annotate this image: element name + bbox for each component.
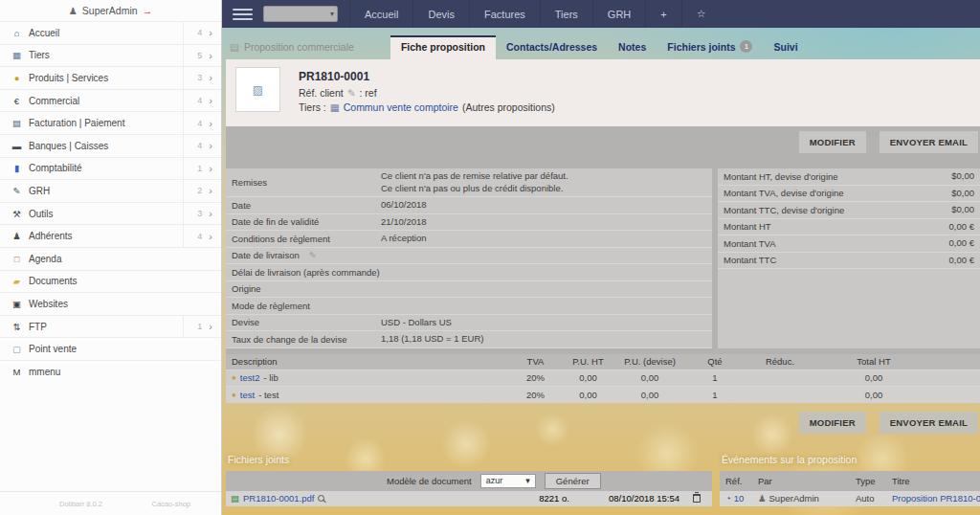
ref-client-label: Réf. client: [299, 87, 344, 99]
sidebar-item-documents[interactable]: ▰ Documents ›: [0, 270, 221, 293]
topnav-item-grh[interactable]: GRH: [592, 0, 645, 28]
file-date: 08/10/2018 15:54: [602, 493, 686, 504]
sidebar-item-commercial[interactable]: € Commercial 4 ›: [0, 89, 221, 112]
topnav-item-factures[interactable]: Factures: [469, 0, 540, 28]
chevron-right-icon[interactable]: ›: [209, 185, 212, 196]
event-title-link[interactable]: Proposition PR1810-0001 va: [892, 493, 980, 504]
tab-fiche-proposition[interactable]: Fiche proposition: [390, 35, 496, 59]
sidebar-item-ftp[interactable]: ⇅ FTP 1 ›: [0, 315, 221, 338]
chevron-right-icon[interactable]: ›: [209, 50, 212, 61]
chevron-right-icon[interactable]: ›: [209, 321, 212, 332]
topnav-item-devis[interactable]: Devis: [412, 0, 469, 28]
topnav-item-label: GRH: [608, 9, 631, 20]
amounts-table: Montant HT, devise d'origine $0,00 Monta…: [718, 168, 980, 348]
thirdparty-link[interactable]: Commun vente comptoire: [344, 101, 458, 113]
table-row: Origine ✎: [226, 281, 712, 299]
file-link[interactable]: PR1810-0001.pdf: [243, 493, 314, 504]
sidebar-item-adherents[interactable]: ♟ Adhérents 4 ›: [0, 224, 221, 247]
user-row[interactable]: ♟ SuperAdmin →: [0, 0, 221, 21]
chevron-right-icon[interactable]: ›: [209, 163, 212, 174]
user-icon: ♟: [69, 6, 78, 16]
generate-button[interactable]: Générer: [545, 473, 601, 489]
col-tva: TVA: [509, 356, 562, 367]
topnav-item-accueil[interactable]: Accueil: [349, 0, 412, 28]
chevron-right-icon[interactable]: ›: [209, 72, 212, 83]
detail-value: 06/10/2018: [381, 197, 712, 213]
table-row: Taux de change de la devise ✎ 1,18 (1,18…: [226, 331, 712, 348]
chevron-right-icon[interactable]: ›: [209, 231, 212, 242]
sidebar-item-count: 4: [197, 96, 202, 105]
detail-value: Ce client n'a pas de remise relative par…: [381, 168, 712, 196]
sidebar-item-tiers[interactable]: ▦ Tiers 5 ›: [0, 44, 221, 67]
topnav-item-add[interactable]: +: [645, 0, 680, 28]
sidebar-item-point-vente[interactable]: ▢ Point vente ›: [0, 337, 221, 360]
detail-label: Date de livraison: [232, 250, 300, 260]
sidebar-item-count: 1: [197, 322, 202, 331]
sidebar-item-grh[interactable]: ✎ GRH 2 ›: [0, 179, 221, 202]
topnav-item-tiers[interactable]: Tiers: [540, 0, 592, 28]
sidebar-item-accueil[interactable]: ⌂ Accueil 4 ›: [0, 21, 221, 44]
object-photo[interactable]: ▨: [235, 67, 280, 112]
tab-contacts-adresses[interactable]: Contacts/Adresses: [496, 35, 608, 59]
sidebar-item-count: 1: [197, 164, 202, 173]
sidebar-item-outils[interactable]: ⚒ Outils 3 ›: [0, 202, 221, 225]
pencil-icon[interactable]: ✎: [309, 250, 317, 260]
chevron-right-icon[interactable]: ›: [209, 95, 212, 106]
amount-value: $0,00: [951, 186, 980, 202]
detail-label: Mode de règlement: [232, 301, 310, 311]
lines-rows: ● test2 - lib 20% 0,00 0,00 1 0,00: [226, 369, 980, 403]
tab-label: Fiche proposition: [401, 41, 485, 53]
chevron-right-icon[interactable]: ›: [209, 27, 212, 38]
table-row: Date ✎ 06/10/2018: [226, 197, 712, 214]
sidebar-item-websites[interactable]: ▣ Websites ›: [0, 292, 221, 315]
send-email-button[interactable]: ENVOYER EMAIL: [880, 131, 978, 153]
events-header-row: Réf. Par Type Titre: [720, 471, 980, 491]
table-row: Montant TTC 0,00 €: [718, 253, 980, 270]
modify-button[interactable]: MODIFIER: [799, 412, 866, 434]
sidebar-item-banques-caisses[interactable]: ▬ Banques | Caisses 4 ›: [0, 134, 221, 157]
sidebar-item-agenda[interactable]: □ Agenda ›: [0, 247, 221, 270]
logout-icon[interactable]: →: [143, 5, 153, 16]
events-section: Événements sur la proposition Réf. Par T…: [720, 454, 980, 506]
send-email-button[interactable]: ENVOYER EMAIL: [880, 412, 978, 434]
tabs: Fiche proposition Contacts/Adresses Note…: [390, 34, 809, 59]
hamburger-icon[interactable]: [233, 9, 253, 20]
chevron-right-icon[interactable]: ›: [209, 208, 212, 219]
sidebar-item-label: Facturation | Paiement: [29, 118, 183, 128]
line-total: 0,00: [815, 390, 932, 400]
table-row: Montant TVA 0,00 €: [718, 235, 980, 253]
event-ref-link[interactable]: 10: [734, 493, 745, 504]
quick-search-select[interactable]: ▾: [263, 6, 338, 22]
table-row: Montant TTC, devise d'origine $0,00: [718, 202, 980, 219]
topnav-item-bookmark-star[interactable]: ☆: [681, 0, 721, 28]
trash-icon[interactable]: [693, 494, 701, 503]
tab-bar: ▤ Proposition commerciale Fiche proposit…: [226, 28, 980, 59]
col-total-ht: Total HT: [815, 356, 932, 367]
tab-suivi[interactable]: Suivi: [763, 35, 808, 59]
tools-icon: ⚒: [10, 209, 24, 219]
proposal-ref: PR1810-0001: [299, 70, 555, 83]
sidebar-item-facturation-paiement[interactable]: ▤ Facturation | Paiement 4 ›: [0, 111, 221, 134]
doc-model-select[interactable]: azur ▾: [480, 474, 536, 488]
sidebar-item-comptabilite[interactable]: ▮ Comptabilité 1 ›: [0, 157, 221, 180]
tab-fichiers-joints[interactable]: Fichiers joints 1: [657, 34, 763, 59]
select-arrow-icon: ▾: [330, 10, 334, 18]
chevron-right-icon[interactable]: ›: [209, 118, 212, 129]
sidebar-item-mmenu[interactable]: M mmenu ›: [0, 360, 221, 383]
chevron-right-icon[interactable]: ›: [209, 140, 212, 151]
pencil-icon[interactable]: ✎: [347, 87, 356, 99]
table-row: Remises ✎ Ce client n'a pas de remise re…: [226, 168, 712, 197]
sidebar-item-produits-services[interactable]: ● Produits | Services 3 ›: [0, 66, 221, 89]
main-content: ▤ Proposition commerciale Fiche proposit…: [222, 28, 980, 515]
modify-button[interactable]: MODIFIER: [799, 131, 866, 153]
sidebar-item-label: GRH: [29, 186, 183, 196]
detail-value: A réception: [381, 231, 712, 247]
tab-notes[interactable]: Notes: [608, 35, 657, 59]
table-row: Montant HT 0,00 €: [718, 219, 980, 236]
col-titre: Titre: [892, 476, 980, 486]
amount-label: Montant TVA, devise d'origine: [718, 188, 951, 198]
product-link[interactable]: test2: [240, 372, 260, 383]
magnifier-icon[interactable]: [318, 495, 324, 502]
table-row: Conditions de règlement ✎ A réception: [226, 231, 712, 248]
product-link[interactable]: test: [240, 390, 255, 400]
